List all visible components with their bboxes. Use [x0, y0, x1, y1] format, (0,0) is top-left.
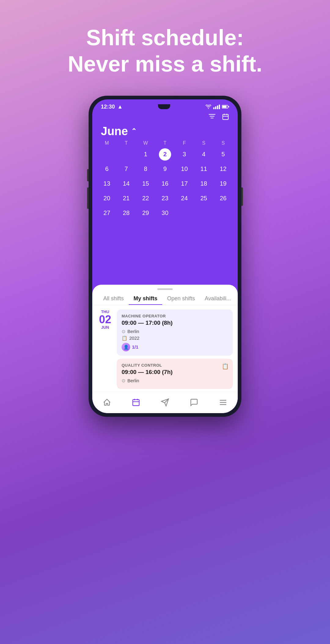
calendar-icon[interactable] [222, 113, 229, 122]
battery-icon [222, 105, 229, 109]
weekday-s2: S [214, 140, 233, 146]
shift-time-1: 09:00 — 17:00 (8h) [122, 320, 228, 326]
notch [158, 104, 170, 109]
year-icon-1: 📋 [122, 335, 127, 341]
tab-availability[interactable]: Availabili... [200, 293, 236, 305]
svg-rect-10 [133, 400, 139, 406]
nav-home[interactable] [99, 395, 115, 410]
calendar-day[interactable]: 9 [159, 163, 171, 175]
shift-role-2: QUALITY CONTROL [122, 363, 228, 368]
calendar-day[interactable]: 7 [120, 163, 132, 175]
calendar-day[interactable]: 27 [101, 207, 113, 219]
calendar-day[interactable]: 23 [159, 192, 171, 205]
phone-outer: 12:30 ▲ [89, 96, 241, 417]
calendar-day[interactable]: 8 [140, 163, 152, 175]
location-text-2: Berlin [127, 378, 139, 383]
top-icons [92, 110, 238, 124]
shift-location-2: ⊙ Berlin [122, 378, 228, 383]
calendar-day[interactable]: 26 [217, 192, 229, 205]
shift-card-1[interactable]: MACHINE OPERATOR 09:00 — 17:00 (8h) ⊙ Be… [117, 309, 233, 356]
calendar-day[interactable]: 25 [198, 192, 210, 205]
calendar-day[interactable]: 1 [140, 148, 152, 161]
headline-line2: Never miss a shift. [68, 51, 262, 77]
calendar-day [120, 148, 132, 161]
svg-rect-2 [228, 106, 229, 107]
phone-screen: 12:30 ▲ [92, 99, 238, 413]
bottom-panel: All shifts My shifts Open shifts Availab… [92, 285, 238, 413]
calendar-day[interactable]: 29 [140, 207, 152, 219]
calendar-day[interactable]: 13 [101, 178, 113, 190]
calendar-day[interactable]: 3 [178, 148, 190, 161]
filter-icon[interactable] [208, 113, 216, 122]
weekday-f: F [175, 140, 194, 146]
shift-avatar-row-1: 👤 1/1 [122, 343, 228, 351]
nav-travel[interactable] [157, 395, 173, 410]
location-text-1: Berlin [127, 329, 139, 334]
calendar-day[interactable]: 15 [140, 178, 152, 190]
status-bar: 12:30 ▲ [92, 99, 238, 110]
weekday-m: M [97, 140, 116, 146]
calendar-day[interactable]: 22 [140, 192, 152, 205]
shift-time-2: 09:00 — 16:00 (7h) [122, 369, 228, 376]
calendar-day[interactable]: 28 [120, 207, 132, 219]
calendar-day[interactable]: 4 [198, 148, 210, 161]
nav-menu[interactable] [215, 395, 231, 410]
calendar-day[interactable]: 24 [178, 192, 190, 205]
shift-month: JUN [97, 325, 113, 330]
calendar-day[interactable]: 19 [217, 178, 229, 190]
time-display: 12:30 [101, 104, 115, 110]
tab-all-shifts[interactable]: All shifts [98, 293, 129, 305]
calendar-day[interactable]: 2 [159, 148, 171, 161]
calendar-day[interactable]: 21 [120, 192, 132, 205]
calendar-day[interactable]: 5 [217, 148, 229, 161]
month-label: June [101, 125, 128, 138]
calendar-day [101, 148, 113, 161]
status-right [205, 105, 229, 109]
calendar-day[interactable]: 6 [101, 163, 113, 175]
tabs-row: All shifts My shifts Open shifts Availab… [92, 290, 238, 305]
weekday-t1: T [116, 140, 136, 146]
status-left: 12:30 ▲ [101, 104, 123, 110]
headline: Shift schedule: Never miss a shift. [50, 24, 280, 77]
staff-count-1: 1/1 [132, 344, 138, 350]
menu-icon [219, 399, 227, 406]
tab-my-shifts[interactable]: My shifts [129, 293, 162, 305]
messages-icon [190, 398, 198, 407]
nav-messages[interactable] [186, 395, 202, 410]
location-icon-1: ⊙ [122, 329, 126, 334]
travel-icon [161, 398, 169, 407]
signal-icon [213, 105, 220, 109]
calendar-grid: M T W T F S S 12345678910111213141516171… [92, 140, 238, 220]
calendar-day[interactable]: 10 [178, 163, 190, 175]
home-icon [103, 398, 111, 407]
location-icon-2: ⊙ [122, 378, 126, 383]
calendar-day[interactable]: 17 [178, 178, 190, 190]
calendar-day[interactable]: 14 [120, 178, 132, 190]
month-header: June ⌃ [92, 124, 238, 140]
calendar-day[interactable]: 12 [217, 163, 229, 175]
shift-card-2[interactable]: QUALITY CONTROL 09:00 — 16:00 (7h) 📋 ⊙ B… [117, 359, 233, 389]
svg-rect-6 [223, 114, 228, 120]
avatar-1: 👤 [122, 343, 130, 351]
phone-wrapper: 12:30 ▲ [89, 96, 241, 417]
calendar-day[interactable]: 11 [198, 163, 210, 175]
calendar-day[interactable]: 20 [101, 192, 113, 205]
calendar-day[interactable]: 16 [159, 178, 171, 190]
tab-open-shifts[interactable]: Open shifts [162, 293, 200, 305]
calendar-days: 1234567891011121314151617181920212223242… [97, 147, 233, 220]
schedule-icon [132, 398, 140, 407]
calendar-day[interactable]: 18 [198, 178, 210, 190]
wifi-icon [205, 105, 211, 109]
note-icon-2: 📋 [222, 363, 229, 370]
calendar-weekdays: M T W T F S S [97, 140, 233, 146]
bottom-nav [92, 392, 238, 413]
year-text-1: 2022 [129, 335, 139, 341]
headline-line1: Shift schedule: [68, 24, 262, 51]
nav-schedule[interactable] [128, 395, 144, 410]
shift-year-1: 📋 2022 [122, 335, 228, 341]
month-chevron[interactable]: ⌃ [131, 127, 137, 135]
calendar-day[interactable]: 30 [159, 207, 171, 219]
weekday-t2: T [155, 140, 174, 146]
shift-role-1: MACHINE OPERATOR [122, 314, 228, 318]
shift-day-num: 02 [97, 314, 113, 325]
